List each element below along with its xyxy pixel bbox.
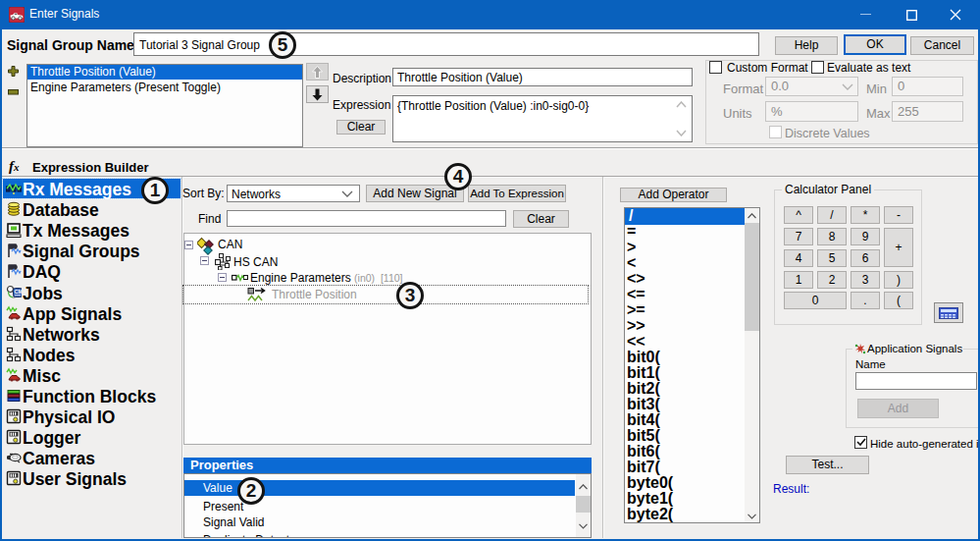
svg-text:CM: CM (15, 289, 22, 295)
